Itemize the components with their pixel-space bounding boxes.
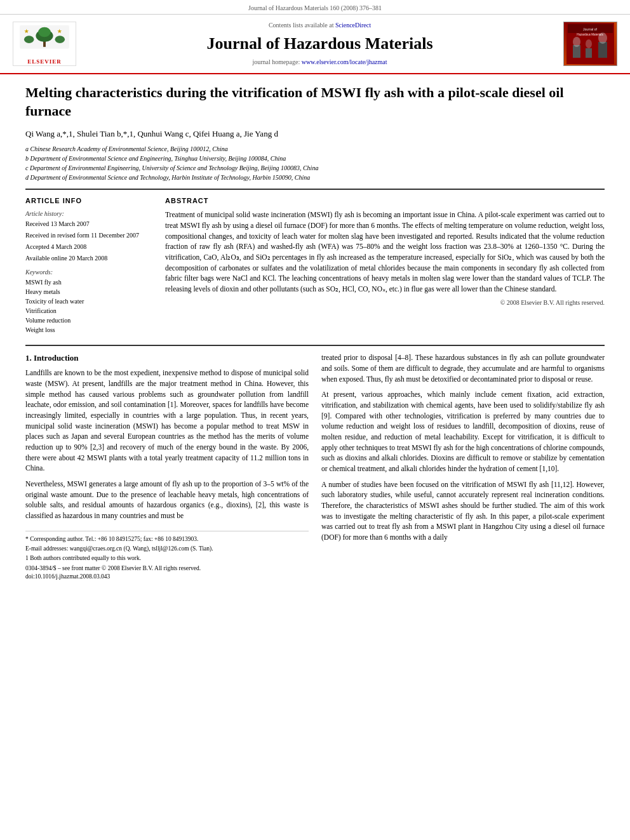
article-info-label: ARTICLE INFO — [25, 196, 152, 206]
equal-contribution-note: 1 Both authors contributed equally to th… — [25, 554, 309, 563]
email2-name: (S. Tian). — [191, 545, 213, 552]
svg-text:Hazardous Materials: Hazardous Materials — [577, 33, 603, 36]
doi-line: doi:10.1016/j.jhazmat.2008.03.043 — [25, 573, 309, 581]
email1-link[interactable]: wangqi@craes.org.cn — [70, 545, 122, 552]
svg-point-12 — [573, 37, 580, 47]
svg-point-13 — [586, 39, 592, 48]
revised-date: Received in revised form 11 December 200… — [25, 231, 152, 240]
keywords-label: Keywords: — [25, 268, 152, 277]
svg-text:★: ★ — [24, 29, 29, 35]
journal-cover-image: Journal of Hazardous Materials — [563, 22, 617, 66]
svg-text:Journal of: Journal of — [583, 27, 598, 31]
article-content: Melting characteristics during the vitri… — [0, 74, 630, 840]
affiliation-c: c Department of Environmental Engineerin… — [25, 164, 605, 173]
issn-line: 0304-3894/$ – see front matter © 2008 El… — [25, 564, 309, 573]
affiliation-a: a Chinese Research Academy of Environmen… — [25, 145, 605, 154]
article-title: Melting characteristics during the vitri… — [25, 84, 605, 120]
keywords-list: MSWI fly ash Heavy metals Toxicity of le… — [25, 278, 152, 335]
copyright: © 2008 Elsevier B.V. All rights reserved… — [165, 298, 605, 307]
corresponding-author-note: * Corresponding author. Tel.: +86 10 849… — [25, 535, 309, 543]
svg-point-4 — [24, 36, 34, 44]
journal-reference-bar: Journal of Hazardous Materials 160 (2008… — [0, 0, 630, 15]
email-label: E-mail addresses: — [25, 545, 68, 552]
body-left-column: 1. Introduction Landfills are known to b… — [25, 352, 309, 581]
abstract-label: ABSTRACT — [165, 196, 605, 206]
article-info-column: ARTICLE INFO Article history: Received 1… — [25, 196, 152, 335]
introduction-heading: 1. Introduction — [25, 352, 309, 364]
received-date: Received 13 March 2007 — [25, 220, 152, 229]
email1-name: (Q. Wang), — [123, 545, 150, 552]
svg-rect-11 — [598, 42, 607, 58]
footnotes: * Corresponding author. Tel.: +86 10 849… — [25, 531, 309, 581]
journal-title: Journal of Hazardous Materials — [89, 32, 551, 55]
elsevier-wordmark: ELSEVIER — [27, 58, 62, 66]
keyword-6: Weight loss — [25, 326, 152, 335]
homepage-url[interactable]: www.elsevier.com/locate/jhazmat — [302, 58, 387, 65]
intro-paragraph-5: A number of studies have been focused on… — [321, 479, 605, 543]
page: Journal of Hazardous Materials 160 (2008… — [0, 0, 630, 840]
sciencedirect-link: Contents lists available at ScienceDirec… — [89, 21, 551, 30]
abstract-divider — [25, 345, 605, 346]
journal-homepage: journal homepage: www.elsevier.com/locat… — [89, 58, 551, 67]
journal-header: ★ ★ ELSEVIER Contents lists available at… — [0, 15, 630, 74]
keyword-4: Vitrification — [25, 307, 152, 316]
abstract-text: Treatment of municipal solid waste incin… — [165, 210, 605, 294]
affiliation-b: b Department of Environmental Science an… — [25, 154, 605, 163]
svg-text:★: ★ — [57, 29, 62, 35]
svg-point-5 — [55, 36, 65, 44]
journal-reference: Journal of Hazardous Materials 160 (2008… — [248, 4, 382, 11]
article-info-abstract: ARTICLE INFO Article history: Received 1… — [25, 196, 605, 335]
keyword-5: Volume reduction — [25, 316, 152, 325]
intro-paragraph-4: At present, various approaches, which ma… — [321, 389, 605, 474]
svg-rect-10 — [586, 48, 592, 58]
abstract-column: ABSTRACT Treatment of municipal solid wa… — [165, 196, 605, 335]
online-date: Available online 20 March 2008 — [25, 254, 152, 263]
sciencedirect-anchor[interactable]: ScienceDirect — [335, 22, 371, 29]
body-right-column: treated prior to disposal [4–8]. These h… — [321, 352, 605, 581]
email2-link[interactable]: tslljl@126.com — [152, 545, 189, 552]
affiliation-d: d Department of Environmental Science an… — [25, 173, 605, 182]
intro-paragraph-2: Nevertheless, MSWI generates a large amo… — [25, 479, 309, 521]
elsevier-logo: ★ ★ ELSEVIER — [13, 22, 76, 66]
keyword-3: Toxicity of leach water — [25, 297, 152, 306]
authors-line: Qi Wang a,*,1, Shulei Tian b,*,1, Qunhui… — [25, 128, 605, 140]
email-note: E-mail addresses: wangqi@craes.org.cn (Q… — [25, 545, 309, 553]
header-divider — [25, 189, 605, 190]
intro-paragraph-3: treated prior to disposal [4–8]. These h… — [321, 352, 605, 384]
keyword-1: MSWI fly ash — [25, 278, 152, 287]
affiliations: a Chinese Research Academy of Environmen… — [25, 145, 605, 182]
journal-header-center: Contents lists available at ScienceDirec… — [76, 21, 563, 67]
accepted-date: Accepted 4 March 2008 — [25, 243, 152, 251]
intro-paragraph-1: Landfills are known to be the most exped… — [25, 368, 309, 474]
svg-point-3 — [38, 27, 50, 37]
keyword-2: Heavy metals — [25, 288, 152, 297]
body-columns: 1. Introduction Landfills are known to b… — [25, 352, 605, 581]
history-label: Article history: — [25, 210, 152, 218]
